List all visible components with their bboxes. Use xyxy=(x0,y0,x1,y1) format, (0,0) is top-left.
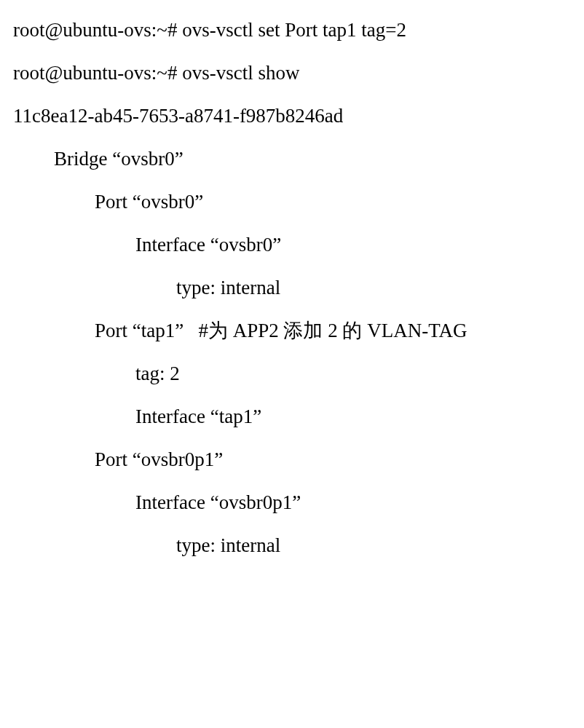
terminal-line-uuid: 11c8ea12-ab45-7653-a8741-f987b8246ad xyxy=(13,106,571,126)
terminal-line-type-internal-1: type: internal xyxy=(13,278,571,298)
terminal-line-interface-ovsbr0: Interface “ovsbr0” xyxy=(13,235,571,255)
terminal-line-tag-2: tag: 2 xyxy=(13,364,571,384)
terminal-line-interface-tap1: Interface “tap1” xyxy=(13,407,571,427)
terminal-line-interface-ovsbr0p1: Interface “ovsbr0p1” xyxy=(13,493,571,513)
terminal-line-bridge: Bridge “ovsbr0” xyxy=(13,149,571,169)
terminal-line-type-internal-2: type: internal xyxy=(13,536,571,555)
terminal-line-command-show: root@ubuntu-ovs:~# ovs-vsctl show xyxy=(13,63,571,83)
terminal-line-port-ovsbr0p1: Port “ovsbr0p1” xyxy=(13,450,571,470)
terminal-line-command-set: root@ubuntu-ovs:~# ovs-vsctl set Port ta… xyxy=(13,20,571,40)
terminal-line-port-tap1: Port “tap1” #为 APP2 添加 2 的 VLAN-TAG xyxy=(13,321,571,341)
terminal-line-port-ovsbr0: Port “ovsbr0” xyxy=(13,192,571,212)
